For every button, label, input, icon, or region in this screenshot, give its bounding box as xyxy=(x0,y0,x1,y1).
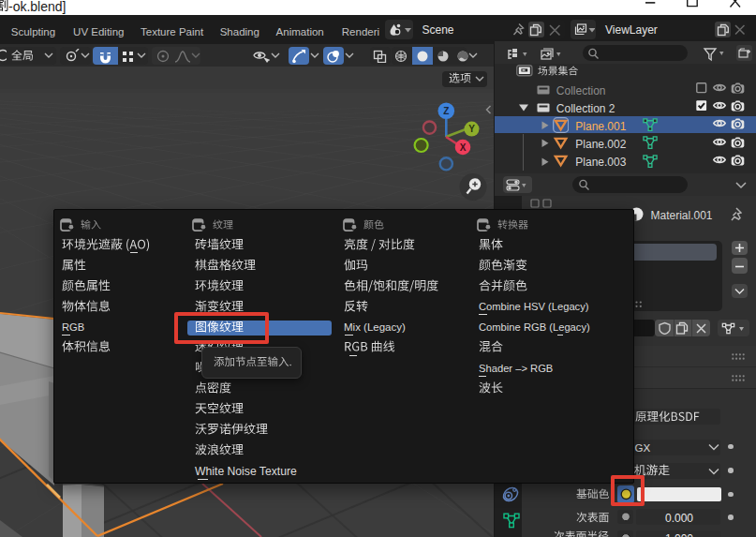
svg-text:Z: Z xyxy=(443,106,449,116)
svg-text:X: X xyxy=(460,142,467,153)
svg-text:Y: Y xyxy=(468,124,475,134)
